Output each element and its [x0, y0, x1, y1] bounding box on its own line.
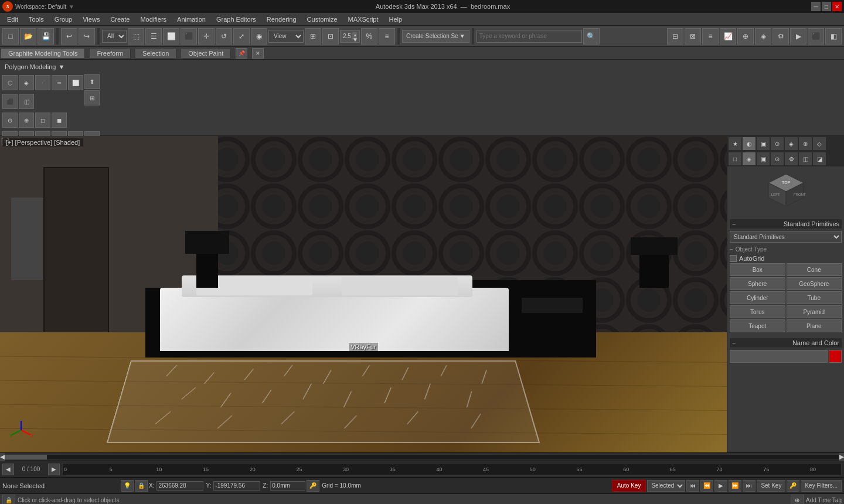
- go-to-start-button[interactable]: ⏮: [686, 480, 699, 492]
- timeline-prev-button[interactable]: ◀: [2, 464, 14, 475]
- settings-button-4[interactable]: ◼: [52, 113, 67, 128]
- color-swatch[interactable]: [829, 350, 842, 363]
- panel-tab-display2[interactable]: ⊕: [799, 137, 812, 150]
- edit-poly-button[interactable]: ⬡: [2, 75, 18, 90]
- snap-button[interactable]: ⊞: [305, 28, 321, 45]
- menu-group[interactable]: Group: [50, 15, 77, 24]
- tab-freeform[interactable]: Freeform: [90, 49, 131, 58]
- menu-views[interactable]: Views: [78, 15, 104, 24]
- select-by-name-button[interactable]: ☰: [145, 28, 162, 45]
- key-filter-icon[interactable]: 🔑: [787, 480, 799, 492]
- material-editor-button[interactable]: ◈: [755, 28, 771, 45]
- pyramid-button[interactable]: Pyramid: [787, 305, 842, 318]
- key-filters-button[interactable]: Key Filters...: [801, 480, 842, 492]
- grid-key-icon[interactable]: 🔑: [307, 480, 319, 492]
- move-button[interactable]: ✛: [198, 28, 215, 45]
- align-button[interactable]: ⊠: [685, 28, 701, 45]
- setkey-button[interactable]: Set Key: [757, 480, 785, 492]
- polygon-modeling-title[interactable]: Polygon Modeling ▼: [2, 62, 132, 71]
- next-frame-button[interactable]: ⏩: [729, 480, 741, 492]
- timeline-scrollbar[interactable]: [5, 454, 839, 460]
- primitives-dropdown[interactable]: Standard Primitives: [730, 231, 842, 243]
- rect-select-button[interactable]: ⬜: [163, 28, 179, 45]
- vertex-button[interactable]: ·: [35, 75, 50, 90]
- panel-tab-hierarchy[interactable]: ⊙: [771, 137, 784, 150]
- standard-primitives-header[interactable]: − Standard Primitives: [730, 219, 842, 229]
- y-coord-input[interactable]: [213, 481, 260, 491]
- open-file-button[interactable]: 📂: [20, 28, 36, 45]
- redo-button[interactable]: ↪: [79, 28, 95, 45]
- stack-button[interactable]: ⊞: [84, 90, 100, 105]
- render-frame-button[interactable]: ⬛: [808, 28, 824, 45]
- tab-object-paint[interactable]: Object Paint: [181, 49, 231, 58]
- prev-frame-button[interactable]: ⏪: [700, 480, 713, 492]
- spinner-down[interactable]: ▼: [352, 36, 357, 40]
- sphere-button[interactable]: Sphere: [730, 277, 785, 290]
- extrude-button[interactable]: ⬆: [84, 74, 100, 89]
- torus-button[interactable]: Torus: [730, 305, 785, 318]
- panel-tab-utilities[interactable]: ◇: [813, 137, 826, 150]
- rotate-button[interactable]: ↺: [216, 28, 232, 45]
- settings-button-2[interactable]: ⊕: [19, 113, 34, 128]
- frame-ruler[interactable]: 0 5 10 15 20 25 30 35 40 45 50 55 60 65 …: [62, 463, 842, 476]
- new-file-button[interactable]: □: [2, 28, 19, 45]
- angle-snap-button[interactable]: ⊡: [322, 28, 339, 45]
- element-button[interactable]: ◫: [19, 94, 34, 109]
- status-lock-icon[interactable]: 🔒: [2, 495, 15, 505]
- timeline-next-button[interactable]: ▶: [48, 464, 60, 475]
- viewport[interactable]: [+] [Perspective] [Shaded]: [0, 136, 727, 452]
- teapot-button[interactable]: Teapot: [730, 319, 785, 332]
- menu-animation[interactable]: Animation: [172, 15, 210, 24]
- cylinder-button[interactable]: Cylinder: [730, 291, 785, 304]
- spinner-up[interactable]: ▲: [352, 32, 357, 36]
- search-button[interactable]: 🔍: [583, 28, 600, 45]
- x-coord-input[interactable]: [156, 481, 203, 491]
- coord-system-dropdown[interactable]: View: [268, 30, 304, 43]
- time-tag-icon[interactable]: ⊕: [791, 495, 804, 505]
- titlebar-controls[interactable]: ─ □ ✕: [811, 2, 842, 11]
- curve-editor-button[interactable]: 📈: [720, 28, 736, 45]
- timeline-scroll-left[interactable]: ◀: [0, 453, 5, 461]
- settings-button-3[interactable]: ◻: [35, 113, 50, 128]
- autogrid-checkbox[interactable]: [730, 255, 737, 262]
- menu-graph-editors[interactable]: Graph Editors: [212, 15, 261, 24]
- menu-maxscript[interactable]: MAXScript: [343, 15, 383, 24]
- window-crossing-button[interactable]: ⬛: [181, 28, 197, 45]
- object-name-input[interactable]: [730, 350, 828, 363]
- schematic-button[interactable]: ⊕: [737, 28, 754, 45]
- percent-button[interactable]: %: [361, 28, 377, 45]
- autokey-button[interactable]: Auto Key: [612, 480, 646, 492]
- mirror-button[interactable]: ⊟: [667, 28, 683, 45]
- cube-navigator[interactable]: TOP LEFT FRONT: [727, 166, 844, 217]
- maximize-button[interactable]: □: [822, 2, 831, 11]
- panel-sub-tab-5[interactable]: ⚙: [785, 152, 798, 165]
- named-select-sets[interactable]: ≡: [379, 28, 395, 45]
- panel-tab-create[interactable]: ◐: [743, 137, 755, 150]
- menu-rendering[interactable]: Rendering: [262, 15, 301, 24]
- menu-create[interactable]: Create: [106, 15, 134, 24]
- border-button[interactable]: ⬜: [68, 75, 83, 90]
- create-selection-set-button[interactable]: Create Selection Se ▼: [402, 30, 469, 43]
- timeline-scroll-right[interactable]: ▶: [839, 453, 844, 461]
- cone-button[interactable]: Cone: [787, 263, 842, 276]
- edge-button[interactable]: ━: [52, 75, 67, 90]
- extra-button[interactable]: ◧: [825, 28, 842, 45]
- light-bulb-icon[interactable]: 💡: [121, 480, 134, 492]
- undo-button[interactable]: ↩: [61, 28, 77, 45]
- tab-selection[interactable]: Selection: [135, 49, 176, 58]
- search-input[interactable]: [477, 30, 582, 43]
- render-button[interactable]: ▶: [790, 28, 806, 45]
- close-button[interactable]: ✕: [832, 2, 842, 11]
- select-object-button[interactable]: ⬚: [128, 28, 144, 45]
- lock-icon[interactable]: 🔒: [135, 480, 148, 492]
- panel-sub-tab-6[interactable]: ◫: [799, 152, 812, 165]
- selection-filter[interactable]: All: [102, 30, 127, 43]
- minimize-button[interactable]: ─: [811, 2, 821, 11]
- menu-modifiers[interactable]: Modifiers: [135, 15, 171, 24]
- select-mode-button[interactable]: ◈: [19, 75, 34, 90]
- selected-dropdown[interactable]: Selected: [647, 480, 685, 492]
- settings-button-1[interactable]: ⊙: [2, 113, 18, 128]
- poly-button[interactable]: ⬛: [2, 94, 18, 109]
- save-file-button[interactable]: 💾: [38, 28, 54, 45]
- play-button[interactable]: ▶: [714, 480, 727, 492]
